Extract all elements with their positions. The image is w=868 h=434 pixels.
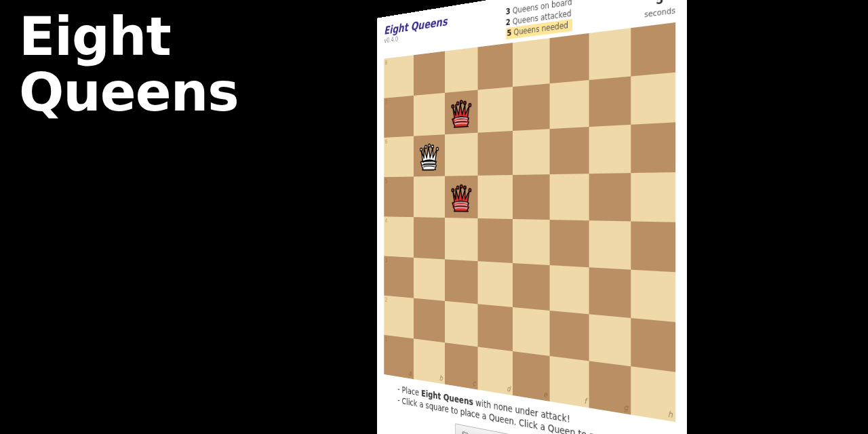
square-a6[interactable]: 6 (384, 136, 414, 176)
square-a8[interactable]: 8 (384, 55, 414, 98)
square-c7[interactable] (445, 90, 478, 134)
queen-attacked-icon[interactable] (445, 175, 478, 218)
svg-point-7 (428, 144, 430, 147)
svg-point-10 (452, 189, 454, 191)
square-d5[interactable] (478, 175, 513, 219)
square-f5[interactable] (550, 174, 589, 220)
svg-point-1 (456, 102, 458, 105)
square-f4[interactable] (550, 220, 589, 267)
square-e3[interactable] (513, 263, 550, 311)
square-f6[interactable] (550, 127, 589, 174)
board-wrap: 87 6 5 (384, 22, 675, 422)
file-label: e (543, 390, 547, 399)
file-label: h (668, 409, 673, 420)
square-b3[interactable] (414, 257, 445, 300)
square-d4[interactable] (478, 218, 513, 263)
square-f8[interactable] (550, 33, 589, 83)
square-e6[interactable] (513, 129, 550, 175)
file-label: c (473, 378, 476, 387)
square-d3[interactable] (478, 261, 513, 307)
square-e8[interactable] (513, 38, 550, 87)
square-d8[interactable] (478, 43, 513, 90)
square-h6[interactable] (631, 122, 675, 173)
square-a5[interactable]: 5 (384, 176, 414, 217)
rank-label: 6 (385, 138, 388, 144)
queen-attacked-icon[interactable] (445, 90, 478, 134)
svg-point-5 (420, 148, 422, 151)
queen-icon[interactable] (414, 134, 445, 176)
rank-label: 7 (385, 99, 388, 105)
square-b7[interactable] (414, 92, 445, 136)
square-d2[interactable] (478, 304, 513, 351)
square-e4[interactable] (513, 219, 550, 265)
square-h7[interactable] (631, 72, 675, 124)
svg-point-2 (460, 100, 462, 104)
square-c3[interactable] (445, 259, 478, 304)
square-e1[interactable]: e (513, 351, 550, 401)
square-e2[interactable] (513, 307, 550, 356)
square-c2[interactable] (445, 300, 478, 347)
svg-point-4 (469, 104, 471, 107)
file-label: b (439, 374, 443, 382)
perspective-stage: Eight Queens v0.4.0 3 Queens on board 2 … (0, 0, 868, 434)
square-a3[interactable]: 3 (384, 256, 414, 298)
square-a1[interactable]: 1a (384, 334, 414, 378)
square-d6[interactable] (478, 131, 513, 176)
file-label: f (584, 396, 587, 406)
square-h8[interactable] (631, 22, 675, 77)
square-b1[interactable]: b (414, 338, 445, 384)
square-g6[interactable] (589, 124, 631, 173)
square-c1[interactable]: c (445, 342, 478, 389)
svg-point-11 (456, 186, 458, 189)
square-g4[interactable] (589, 220, 631, 269)
square-f1[interactable]: f (550, 356, 589, 408)
square-b4[interactable] (414, 217, 445, 259)
square-a2[interactable]: 2 (384, 295, 414, 338)
square-c5[interactable] (445, 175, 478, 218)
rank-label: 4 (385, 218, 388, 224)
square-f7[interactable] (550, 80, 589, 129)
file-label: g (624, 402, 629, 412)
square-h1[interactable]: h (631, 366, 675, 422)
square-c8[interactable] (445, 47, 478, 92)
square-d7[interactable] (478, 87, 513, 133)
square-c6[interactable] (445, 132, 478, 176)
square-g5[interactable] (589, 173, 631, 221)
rank-label: 5 (385, 178, 388, 184)
square-f2[interactable] (550, 311, 589, 361)
rank-label: 3 (385, 257, 388, 263)
square-h3[interactable] (631, 269, 675, 321)
square-b8[interactable] (414, 51, 445, 95)
square-b2[interactable] (414, 298, 445, 342)
square-c4[interactable] (445, 218, 478, 261)
square-a7[interactable]: 7 (384, 96, 414, 138)
file-label: d (507, 384, 511, 393)
svg-point-8 (431, 145, 433, 148)
square-g2[interactable] (589, 314, 631, 366)
rank-label: 1 (385, 336, 388, 342)
square-h4[interactable] (631, 221, 675, 272)
chess-board: 87 6 5 (384, 22, 675, 422)
svg-point-12 (460, 185, 462, 188)
square-d1[interactable]: d (478, 347, 513, 395)
svg-point-0 (452, 105, 454, 108)
square-g8[interactable] (589, 28, 631, 80)
square-g3[interactable] (589, 267, 631, 318)
square-b5[interactable] (414, 176, 445, 217)
svg-point-13 (463, 186, 465, 189)
square-f3[interactable] (550, 265, 589, 314)
square-e5[interactable] (513, 174, 550, 220)
svg-point-14 (469, 189, 471, 191)
header-left: Eight Queens v0.4.0 (384, 16, 447, 44)
file-label: a (409, 369, 412, 378)
square-b6[interactable] (414, 134, 445, 176)
square-g7[interactable] (589, 76, 631, 127)
square-a4[interactable]: 4 (384, 216, 414, 258)
svg-point-9 (436, 148, 438, 151)
square-e7[interactable] (513, 83, 550, 131)
svg-point-6 (425, 145, 427, 148)
square-h2[interactable] (631, 317, 675, 372)
square-g1[interactable]: g (589, 361, 631, 414)
game-card: Eight Queens v0.4.0 3 Queens on board 2 … (377, 0, 687, 434)
square-h5[interactable] (631, 172, 675, 222)
